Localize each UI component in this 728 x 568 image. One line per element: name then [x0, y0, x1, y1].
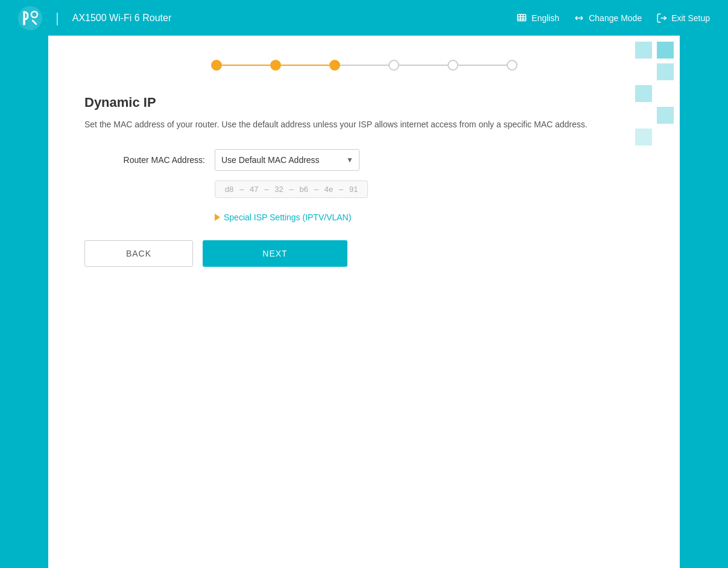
back-button[interactable]: BACK — [84, 240, 193, 267]
mac-fields-container: d8 – 47 – 32 – b6 – 4e – 91 — [215, 180, 368, 198]
change-mode-label: Change Mode — [589, 13, 642, 23]
svg-rect-3 — [518, 14, 527, 21]
mac-sep-4: – — [314, 185, 318, 194]
mac-octet-4: b6 — [297, 185, 311, 194]
step-4 — [388, 60, 399, 71]
mac-octet-3: 32 — [272, 185, 285, 194]
mac-sep-2: – — [264, 185, 268, 194]
page-title: Dynamic IP — [84, 95, 644, 110]
content-area: Dynamic IP Set the MAC address of your r… — [48, 36, 680, 291]
mac-octet-1: d8 — [223, 185, 236, 194]
header-title: AX1500 Wi-Fi 6 Router — [72, 13, 172, 24]
step-line-3-4 — [340, 65, 388, 66]
language-selector[interactable]: English — [516, 13, 559, 24]
main-panel: Dynamic IP Set the MAC address of your r… — [48, 36, 680, 568]
exit-icon — [656, 13, 667, 24]
isp-link-label: Special ISP Settings (IPTV/VLAN) — [224, 212, 351, 222]
change-mode-button[interactable]: Change Mode — [574, 13, 642, 24]
header-nav: English Change Mode Exit Setup — [516, 13, 710, 24]
mac-address-display: d8 – 47 – 32 – b6 – 4e – 91 — [215, 180, 644, 198]
step-2 — [270, 60, 281, 71]
svg-point-0 — [18, 6, 42, 30]
mac-address-select[interactable]: Use Default MAC Address Use Computer's M… — [215, 149, 359, 171]
step-3 — [329, 60, 340, 71]
mac-sep-5: – — [339, 185, 343, 194]
mac-sep-1: – — [239, 185, 244, 194]
mac-octet-5: 4e — [322, 185, 335, 194]
router-mac-label: Router MAC Address: — [84, 155, 205, 165]
step-line-4-5 — [399, 65, 448, 66]
next-button[interactable]: NEXT — [203, 240, 347, 267]
step-6 — [507, 60, 518, 71]
progress-stepper — [84, 60, 644, 71]
step-5 — [448, 60, 458, 71]
mac-octet-2: 47 — [247, 185, 261, 194]
triangle-icon — [215, 214, 220, 221]
logo: | AX1500 Wi-Fi 6 Router — [18, 6, 171, 30]
change-mode-icon — [574, 13, 584, 24]
header-divider: | — [55, 10, 59, 26]
language-icon — [516, 13, 527, 24]
mac-address-form-group: Router MAC Address: Use Default MAC Addr… — [84, 149, 644, 171]
exit-setup-button[interactable]: Exit Setup — [656, 13, 710, 24]
button-row: BACK NEXT — [84, 240, 644, 267]
tplink-logo-icon — [18, 6, 42, 30]
step-line-1-2 — [222, 65, 270, 66]
step-line-2-3 — [281, 65, 329, 66]
special-isp-link[interactable]: Special ISP Settings (IPTV/VLAN) — [215, 212, 644, 222]
page-description: Set the MAC address of your router. Use … — [84, 118, 644, 131]
step-line-5-6 — [458, 65, 507, 66]
header: | AX1500 Wi-Fi 6 Router English Change M… — [0, 0, 728, 36]
mac-octet-6: 91 — [347, 185, 360, 194]
language-label: English — [531, 13, 559, 23]
step-1 — [211, 60, 222, 71]
mac-select-wrapper: Use Default MAC Address Use Computer's M… — [215, 149, 359, 171]
exit-setup-label: Exit Setup — [671, 13, 710, 23]
mac-sep-3: – — [289, 185, 293, 194]
isp-link-row: Special ISP Settings (IPTV/VLAN) — [215, 212, 644, 222]
